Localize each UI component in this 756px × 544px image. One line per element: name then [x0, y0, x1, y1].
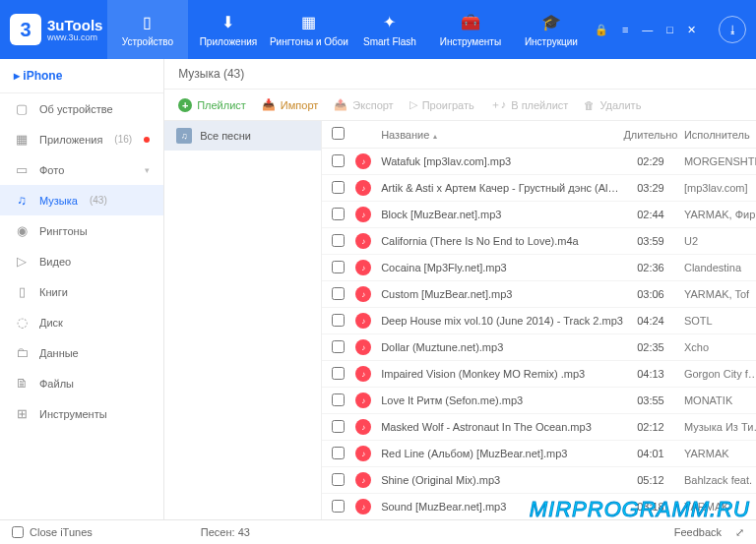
playlist-button[interactable]: +Плейлист	[178, 98, 246, 112]
sidebar-item-Данные[interactable]: 🗀Данные	[0, 337, 163, 368]
sidebar-item-Рингтоны[interactable]: ◉Рингтоны	[0, 215, 163, 246]
export-button[interactable]: 📤Экспорт	[334, 98, 393, 111]
playlist-panel: ♫ Все песни	[164, 121, 322, 519]
sidebar-icon: 🗀	[14, 345, 30, 360]
row-checkbox[interactable]	[332, 473, 345, 486]
table-row[interactable]: ♪ Masked Wolf - Astronaut In The Ocean.m…	[322, 414, 756, 441]
table-header: Название▴ Длительно Исполнитель Размер	[322, 121, 756, 149]
table-row[interactable]: ♪ Block [MuzBear.net].mp3 02:44 YARMAK, …	[322, 202, 756, 228]
table-row[interactable]: ♪ Sound [MuzBear.net].mp3 03:18 YARMAK 7…	[322, 494, 756, 519]
song-artist: Gorgon City f…	[678, 368, 756, 380]
minimize-icon[interactable]: —	[639, 22, 656, 37]
song-name: Shine (Original Mix).mp3	[377, 474, 623, 486]
breadcrumb: Музыка (43)	[164, 59, 756, 90]
play-icon: ▷	[410, 98, 417, 111]
maximize-icon[interactable]: □	[663, 22, 676, 37]
col-duration[interactable]: Длительно	[623, 129, 678, 141]
table-row[interactable]: ♪ Custom [MuzBear.net].mp3 03:06 YARMAK,…	[322, 281, 756, 308]
sidebar-item-Видео[interactable]: ▷Видео	[0, 246, 163, 276]
row-checkbox[interactable]	[332, 208, 345, 220]
row-checkbox[interactable]	[332, 261, 345, 273]
sort-asc-icon: ▴	[433, 132, 437, 141]
row-checkbox[interactable]	[332, 367, 345, 380]
song-artist: [mp3lav.com]	[678, 182, 756, 194]
table-row[interactable]: ♪ Red Line (Альбом) [MuzBear.net].mp3 04…	[322, 441, 756, 467]
song-duration: 03:18	[623, 501, 678, 513]
close-itunes-checkbox[interactable]	[12, 526, 24, 538]
sidebar-item-Книги[interactable]: ▯Книги	[0, 276, 163, 307]
tab-icon: ▯	[138, 13, 158, 32]
song-duration: 04:01	[623, 448, 678, 459]
import-button[interactable]: 📥Импорт	[262, 98, 318, 111]
song-name: California (There Is No End to Love).m4a	[377, 235, 623, 247]
top-tab-0[interactable]: ▯Устройство	[107, 0, 188, 59]
row-checkbox[interactable]	[332, 447, 345, 459]
delete-button[interactable]: 🗑Удалить	[584, 99, 641, 111]
song-artist: YARMAK	[678, 501, 756, 513]
row-checkbox[interactable]	[332, 287, 345, 300]
sidebar: ▸ iPhone ▢Об устройстве▦Приложения(16)▭Ф…	[0, 59, 164, 519]
row-checkbox[interactable]	[332, 234, 345, 247]
row-checkbox[interactable]	[332, 340, 345, 353]
music-icon: ♪	[355, 233, 371, 249]
row-checkbox[interactable]	[332, 393, 345, 406]
sidebar-item-Диск[interactable]: ◌Диск	[0, 307, 163, 337]
top-tab-2[interactable]: ▦Рингтоны и Обои	[269, 0, 349, 59]
row-checkbox[interactable]	[332, 500, 345, 513]
row-checkbox[interactable]	[332, 314, 345, 327]
expand-icon[interactable]: ⤢	[735, 526, 744, 539]
lock-icon[interactable]: 🔒	[592, 22, 611, 38]
col-artist[interactable]: Исполнитель	[678, 129, 756, 141]
sidebar-item-Фото[interactable]: ▭Фото▾	[0, 154, 163, 185]
menu-icon[interactable]: ≡	[619, 22, 631, 37]
song-artist: SOTL	[678, 315, 756, 327]
song-name: Watafuk [mp3lav.com].mp3	[377, 155, 623, 167]
top-tab-3[interactable]: ✦Smart Flash	[349, 0, 430, 59]
sidebar-icon: ▢	[14, 101, 30, 116]
song-duration: 02:44	[623, 209, 678, 220]
main-panel: Музыка (43) +Плейлист 📥Импорт 📤Экспорт ▷…	[164, 59, 756, 519]
chevron-down-icon: ▾	[145, 165, 150, 175]
row-checkbox[interactable]	[332, 420, 345, 433]
sidebar-icon: ◉	[14, 223, 30, 238]
table-row[interactable]: ♪ California (There Is No End to Love).m…	[322, 228, 756, 255]
song-name: Block [MuzBear.net].mp3	[377, 209, 623, 220]
row-checkbox[interactable]	[332, 181, 345, 194]
top-tabs: ▯Устройство⬇Приложения▦Рингтоны и Обои✦S…	[107, 0, 592, 59]
song-name: Custom [MuzBear.net].mp3	[377, 288, 623, 300]
app-logo: 3 3uTools www.3u.com	[10, 14, 107, 45]
table-row[interactable]: ♪ Watafuk [mp3lav.com].mp3 02:29 MORGENS…	[322, 149, 756, 175]
sidebar-item-Приложения[interactable]: ▦Приложения(16)	[0, 124, 163, 154]
song-artist: Музыка Из Ти…	[678, 421, 756, 433]
table-row[interactable]: ♪ Artik & Asti x Артем Качер - Грустный …	[322, 175, 756, 202]
row-checkbox[interactable]	[332, 154, 345, 167]
sidebar-item-Инструменты[interactable]: ⊞Инструменты	[0, 398, 163, 429]
col-name[interactable]: Название▴	[377, 129, 623, 141]
top-tab-1[interactable]: ⬇Приложения	[188, 0, 269, 59]
sidebar-icon: ▭	[14, 162, 30, 177]
table-row[interactable]: ♪ Impaired Vision (Monkey MO Remix) .mp3…	[322, 361, 756, 388]
table-row[interactable]: ♪ Deep House mix vol.10 (June 2014) - Tr…	[322, 308, 756, 334]
music-icon: ♪	[355, 153, 371, 169]
sidebar-item-Об устройстве[interactable]: ▢Об устройстве	[0, 93, 163, 124]
logo-icon: 3	[10, 14, 41, 45]
music-icon: ♪	[355, 180, 371, 196]
table-row[interactable]: ♪ Shine (Original Mix).mp3 05:12 Bahlzac…	[322, 467, 756, 494]
table-row[interactable]: ♪ Cocaina [Mp3Fly.net].mp3 02:36 Clandes…	[322, 255, 756, 281]
to-playlist-button[interactable]: ＋♪В плейлист	[490, 97, 569, 112]
top-tab-4[interactable]: 🧰Инструменты	[430, 0, 511, 59]
sidebar-item-Музыка[interactable]: ♫Музыка(43)	[0, 185, 163, 215]
playlist-all-songs[interactable]: ♫ Все песни	[164, 121, 321, 151]
sidebar-device-header[interactable]: ▸ iPhone	[0, 59, 163, 93]
play-button[interactable]: ▷Проиграть	[410, 98, 474, 111]
select-all-checkbox[interactable]	[332, 127, 345, 140]
download-button[interactable]: ⭳	[719, 16, 746, 43]
song-artist: YARMAK	[678, 448, 756, 459]
close-icon[interactable]: ✕	[684, 22, 699, 38]
feedback-link[interactable]: Feedback	[674, 526, 722, 539]
sidebar-item-Файлы[interactable]: 🗎Файлы	[0, 368, 163, 398]
table-row[interactable]: ♪ Love It Ритм (Sefon.me).mp3 03:55 MONA…	[322, 388, 756, 414]
table-row[interactable]: ♪ Dollar (Muztune.net).mp3 02:35 Xcho 5.…	[322, 334, 756, 361]
window-controls: 🔒 ≡ — □ ✕ ⭳	[592, 16, 746, 43]
top-tab-5[interactable]: 🎓Инструкции	[511, 0, 592, 59]
